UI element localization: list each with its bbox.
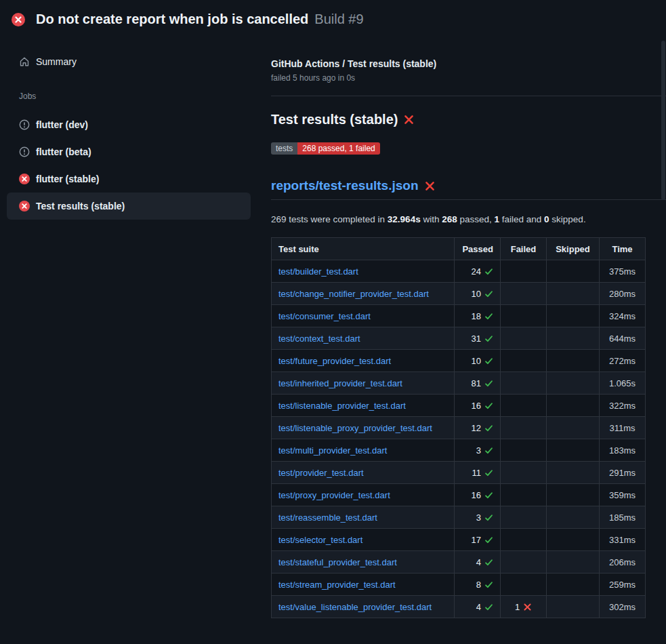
table-row: test/consumer_test.dart18324ms <box>272 305 646 327</box>
failed-cell <box>501 551 547 573</box>
time-cell: 206ms <box>600 551 646 573</box>
time-cell: 302ms <box>600 596 646 618</box>
check-icon <box>484 401 493 410</box>
summary-part: with <box>421 214 442 224</box>
passed-count: 4 <box>476 602 481 612</box>
skipped-cell <box>547 573 600 596</box>
breadcrumb[interactable]: GitHub Actions / Test results (stable) <box>271 58 666 69</box>
skipped-cell <box>547 417 600 439</box>
time-cell: 1.065s <box>600 372 646 395</box>
test-suite-link[interactable]: test/listenable_provider_test.dart <box>278 401 406 411</box>
test-suite-cell: test/proxy_provider_test.dart <box>272 484 455 506</box>
header: Do not create report when job is cancell… <box>0 0 666 39</box>
column-header-test-suite: Test suite <box>272 238 455 260</box>
skipped-cell <box>547 327 600 350</box>
failed-cell <box>501 372 547 395</box>
check-icon <box>484 536 493 544</box>
table-row: test/context_test.dart31644ms <box>272 327 646 350</box>
time-cell: 331ms <box>600 529 646 551</box>
skipped-cell <box>547 260 600 283</box>
check-icon <box>484 267 493 276</box>
x-circle-icon <box>19 201 30 212</box>
test-suite-cell: test/change_notifier_provider_test.dart <box>272 283 455 305</box>
sidebar-item-label: Summary <box>36 56 77 67</box>
test-suite-link[interactable]: test/consumer_test.dart <box>278 311 371 321</box>
table-row: test/multi_provider_test.dart3183ms <box>272 439 646 462</box>
test-suite-cell: test/multi_provider_test.dart <box>272 439 455 462</box>
passed-count: 24 <box>472 266 481 277</box>
skipped-cell <box>547 395 600 417</box>
test-suite-link[interactable]: test/stream_provider_test.dart <box>278 580 396 590</box>
column-header-skipped: Skipped <box>547 238 600 260</box>
passed-count: 81 <box>472 378 481 388</box>
sidebar: Summary Jobs flutter (dev)flutter (beta)… <box>0 39 257 220</box>
passed-cell: 10 <box>455 350 501 372</box>
test-suite-link[interactable]: test/reassemble_test.dart <box>278 512 377 523</box>
sidebar-job-item[interactable]: flutter (dev) <box>7 111 251 138</box>
scrollbar-thumb[interactable] <box>661 41 665 200</box>
sidebar-job-item[interactable]: Test results (stable) <box>7 193 251 220</box>
test-suite-link[interactable]: test/change_notifier_provider_test.dart <box>278 289 429 299</box>
job-label: flutter (beta) <box>36 146 91 157</box>
job-label: Test results (stable) <box>36 201 125 212</box>
sidebar-item-summary[interactable]: Summary <box>7 49 251 74</box>
divider <box>271 199 666 200</box>
sidebar-job-item[interactable]: flutter (beta) <box>7 138 251 165</box>
table-row: test/listenable_provider_test.dart16322m… <box>272 395 646 417</box>
failed-x-icon <box>425 181 435 191</box>
test-suite-link[interactable]: test/provider_test.dart <box>278 468 364 478</box>
table-row: test/stream_provider_test.dart8259ms <box>272 573 646 596</box>
badge-label: tests <box>271 142 297 155</box>
jobs-section-label: Jobs <box>0 92 257 101</box>
test-suite-link[interactable]: test/builder_test.dart <box>278 266 358 277</box>
time-cell: 359ms <box>600 484 646 506</box>
summary-failed-count: 1 <box>495 214 500 224</box>
divider <box>271 96 666 96</box>
check-icon <box>484 379 493 388</box>
section-title: Test results (stable) <box>271 112 666 127</box>
test-suite-cell: test/stateful_provider_test.dart <box>272 551 455 573</box>
passed-cell: 31 <box>455 327 501 350</box>
skipped-cell <box>547 484 600 506</box>
report-link[interactable]: reports/test-results.json <box>271 178 419 193</box>
table-row: test/change_notifier_provider_test.dart1… <box>272 283 646 305</box>
badge-value: 268 passed, 1 failed <box>297 142 379 155</box>
passed-cell: 3 <box>455 439 501 462</box>
test-suite-link[interactable]: test/proxy_provider_test.dart <box>278 490 390 500</box>
passed-count: 12 <box>472 423 481 433</box>
table-row: test/reassemble_test.dart3185ms <box>272 506 646 529</box>
passed-cell: 18 <box>455 305 501 327</box>
passed-count: 3 <box>476 445 481 456</box>
passed-count: 10 <box>472 289 481 299</box>
table-row: test/value_listenable_provider_test.dart… <box>272 596 646 618</box>
test-suite-link[interactable]: test/future_provider_test.dart <box>278 356 391 366</box>
alert-circle-icon <box>19 146 30 157</box>
report-heading: reports/test-results.json <box>271 178 666 193</box>
time-cell: 280ms <box>600 283 646 305</box>
passed-cell: 16 <box>455 484 501 506</box>
skipped-cell <box>547 462 600 484</box>
test-suite-link[interactable]: test/listenable_proxy_provider_test.dart <box>278 423 432 433</box>
test-suite-link[interactable]: test/stateful_provider_test.dart <box>278 557 397 567</box>
summary-passed-count: 268 <box>442 214 457 224</box>
sidebar-job-item[interactable]: flutter (stable) <box>7 165 251 193</box>
summary-skipped-count: 0 <box>544 214 549 224</box>
passed-count: 18 <box>472 311 481 321</box>
skipped-cell <box>547 305 600 327</box>
test-suite-link[interactable]: test/multi_provider_test.dart <box>278 445 387 456</box>
test-suite-link[interactable]: test/selector_test.dart <box>278 535 362 545</box>
cross-icon <box>523 603 532 611</box>
table-row: test/proxy_provider_test.dart16359ms <box>272 484 646 506</box>
test-suite-link[interactable]: test/context_test.dart <box>278 334 360 344</box>
time-cell: 272ms <box>600 350 646 372</box>
passed-cell: 12 <box>455 417 501 439</box>
summary-part: 269 tests were completed in <box>271 214 388 224</box>
check-icon <box>484 558 493 567</box>
table-row: test/builder_test.dart24375ms <box>272 260 646 283</box>
test-suite-link[interactable]: test/value_listenable_provider_test.dart <box>278 602 432 612</box>
time-cell: 291ms <box>600 462 646 484</box>
test-suite-link[interactable]: test/inherited_provider_test.dart <box>278 378 402 388</box>
passed-count: 3 <box>476 512 481 523</box>
column-header-time: Time <box>600 238 646 260</box>
run-title: Do not create report when job is cancell… <box>36 12 308 27</box>
